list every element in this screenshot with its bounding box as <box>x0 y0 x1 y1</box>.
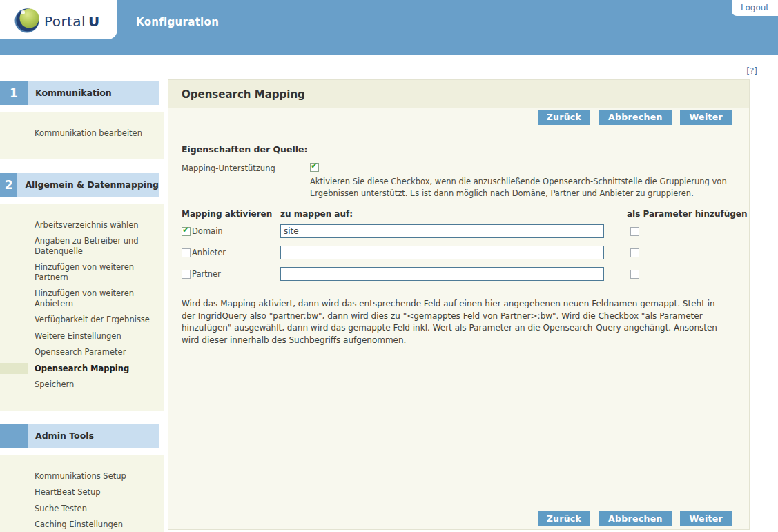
logo-tab: PortalU <box>0 0 117 39</box>
sidebar-item-list: Arbeitsverzeichnis wählenAngaben zu Betr… <box>0 204 164 411</box>
mapping-table-body: ✔DomainAnbieterPartner <box>168 224 749 281</box>
portalu-logo-icon <box>14 6 41 34</box>
checkmark-icon: ✔ <box>311 161 318 170</box>
as-parameter-checkbox[interactable] <box>630 227 639 236</box>
next-button[interactable]: Weiter <box>680 511 732 526</box>
main-panel: Opensearch Mapping Zurück Abbrechen Weit… <box>168 79 750 530</box>
logout-button[interactable]: Logout <box>732 0 778 16</box>
as-parameter-checkbox[interactable] <box>630 248 639 257</box>
mapping-activate-cell: Anbieter <box>182 248 280 258</box>
bottom-button-row: Zurück Abbrechen Weiter <box>168 511 749 526</box>
mapping-activate-checkbox[interactable] <box>182 248 191 257</box>
section-title: Allgemein & Datenmapping <box>17 173 159 197</box>
sidebar-item[interactable]: Caching Einstellungen <box>35 520 158 530</box>
mapping-activate-checkbox[interactable] <box>182 270 191 279</box>
logo-text: PortalU <box>44 13 100 30</box>
section-number <box>0 424 28 448</box>
column-header-activate: Mapping aktivieren <box>182 209 280 219</box>
sidebar-section-header: Admin Tools <box>0 424 159 448</box>
mapping-activate-cell: ✔Domain <box>182 226 280 237</box>
sidebar-section: 2Allgemein & DatenmappingArbeitsverzeich… <box>0 173 164 411</box>
sidebar-section: Admin ToolsKommunikations SetupHeartBeat… <box>0 424 164 532</box>
sidebar-item[interactable]: Verfügbarkeit der Ergebnisse <box>35 315 158 325</box>
sidebar-item[interactable]: Speichern <box>35 380 158 390</box>
mapping-value-cell <box>280 267 627 281</box>
back-button[interactable]: Zurück <box>538 110 591 125</box>
mapping-table-header: Mapping aktivieren zu mappen auf: als Pa… <box>182 209 749 219</box>
sidebar-item-list: Kommunikations SetupHeartBeat SetupSuche… <box>0 455 164 532</box>
next-button[interactable]: Weiter <box>680 110 732 125</box>
sidebar-item[interactable]: Suche Testen <box>35 504 158 514</box>
section-title: Admin Tools <box>28 424 159 448</box>
mapping-value-cell <box>280 224 627 238</box>
page-app-title: Konfiguration <box>136 16 219 28</box>
mapping-row-label: Domain <box>192 226 223 236</box>
page-title: Opensearch Mapping <box>168 80 749 101</box>
top-button-row: Zurück Abbrechen Weiter <box>168 110 749 125</box>
mapping-activate-cell: Partner <box>182 269 280 279</box>
mapping-row: Partner <box>182 267 749 281</box>
section-number: 2 <box>0 173 17 197</box>
sidebar-item[interactable]: Hinzufügen von weiteren Partnern <box>35 262 158 282</box>
sidebar-item[interactable]: Weitere Einstellungen <box>35 331 158 342</box>
mapping-value-input[interactable] <box>280 267 604 281</box>
mapping-value-input[interactable] <box>280 224 604 238</box>
sidebar-item[interactable]: Arbeitsverzeichnis wählen <box>35 220 158 230</box>
mapping-value-input[interactable] <box>280 246 604 259</box>
mapping-support-field: ✔ Aktivieren Sie diese Checkbox, wenn di… <box>310 162 732 199</box>
as-parameter-checkbox[interactable] <box>630 270 639 279</box>
cancel-button[interactable]: Abbrechen <box>599 110 672 125</box>
mapping-row: Anbieter <box>182 246 749 259</box>
title-band: Opensearch Mapping <box>168 80 749 108</box>
mapping-value-cell <box>280 246 627 259</box>
mapping-support-label: Mapping-Unterstützung <box>182 162 310 199</box>
sidebar-section-header: 2Allgemein & Datenmapping <box>0 173 159 197</box>
source-properties-heading: Eigenschaften der Quelle: <box>182 144 749 155</box>
cancel-button[interactable]: Abbrechen <box>599 511 672 526</box>
sidebar-item[interactable]: Hinzufügen von weiteren Anbietern <box>35 288 158 308</box>
sidebar-item[interactable]: Kommunikation bearbeiten <box>35 128 158 139</box>
mapping-support-help-text: Aktivieren Sie diese Checkbox, wenn die … <box>310 176 732 199</box>
as-parameter-cell <box>627 226 749 236</box>
sidebar-item[interactable]: Opensearch Mapping <box>35 364 158 374</box>
sidebar-section: 1KommunikationKommunikation bearbeiten <box>0 81 164 159</box>
section-title: Kommunikation <box>28 81 159 105</box>
mapping-row-label: Partner <box>192 269 221 279</box>
sidebar-item[interactable]: Angaben zu Betreiber und Datenquelle <box>35 236 158 256</box>
as-parameter-cell <box>627 269 749 279</box>
sidebar-section-header: 1Kommunikation <box>0 81 159 105</box>
mapping-activate-checkbox[interactable]: ✔ <box>182 227 191 236</box>
header-bar: PortalU Konfiguration Logout <box>0 0 778 55</box>
back-button[interactable]: Zurück <box>538 511 591 526</box>
logo-text-u: U <box>88 13 100 30</box>
mapping-row-label: Anbieter <box>192 248 226 257</box>
mapping-description: Wird das Mapping aktiviert, dann wird da… <box>182 298 723 346</box>
mapping-row: ✔Domain <box>182 224 749 238</box>
column-header-as-parameter: als Parameter hinzufügen <box>627 209 749 219</box>
sidebar-item-list: Kommunikation bearbeiten <box>0 112 164 159</box>
sidebar-item[interactable]: HeartBeat Setup <box>35 487 158 497</box>
sidebar-item[interactable]: Opensearch Parameter <box>35 347 158 357</box>
column-header-map-to: zu mappen auf: <box>280 209 627 219</box>
logo-text-portal: Portal <box>44 13 86 30</box>
mapping-support-row: Mapping-Unterstützung ✔ Aktivieren Sie d… <box>182 162 749 199</box>
section-number: 1 <box>0 81 28 105</box>
mapping-support-checkbox[interactable]: ✔ <box>310 163 319 172</box>
help-link[interactable]: [?] <box>746 66 757 76</box>
as-parameter-cell <box>627 248 749 257</box>
checkmark-icon: ✔ <box>182 226 189 235</box>
sidebar: 1KommunikationKommunikation bearbeiten2A… <box>0 81 164 532</box>
sidebar-item[interactable]: Kommunikations Setup <box>35 471 158 482</box>
